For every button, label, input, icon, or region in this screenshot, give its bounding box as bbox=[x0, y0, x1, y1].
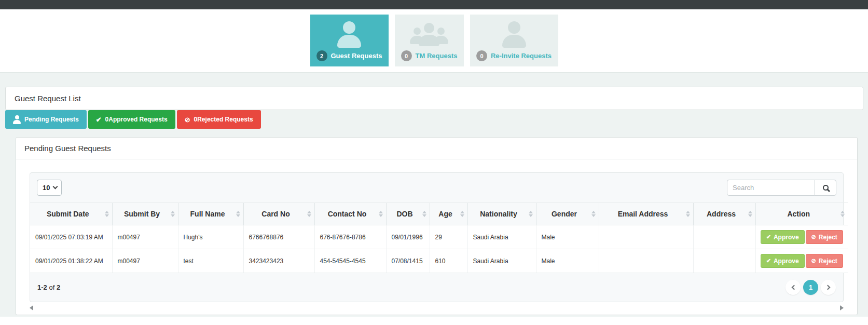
search-input[interactable] bbox=[727, 180, 815, 196]
table-header-row: Submit Date Submit By Full Name Card No … bbox=[30, 203, 848, 225]
rejected-requests-button[interactable]: ⊘ 0Rejected Requests bbox=[177, 110, 261, 129]
ban-icon: ⊘ bbox=[185, 116, 190, 123]
tab-reinvite-requests[interactable]: 0 Re-Invite Requests bbox=[470, 15, 558, 66]
range-start: 1-2 bbox=[37, 283, 47, 291]
column-header-email-address[interactable]: Email Address bbox=[599, 203, 693, 225]
cell-nationality: Saudi Arabia bbox=[467, 225, 536, 249]
top-navigation-bar bbox=[0, 0, 868, 9]
sort-icon[interactable] bbox=[748, 211, 752, 217]
request-type-tabs: 2 Guest Requests 0 TM Requests 0 Re-Invi… bbox=[0, 9, 868, 72]
sort-icon[interactable] bbox=[422, 211, 426, 217]
tab-label: TM Requests bbox=[416, 52, 458, 60]
approved-requests-label: 0Approved Requests bbox=[105, 116, 168, 123]
sort-icon[interactable] bbox=[591, 211, 596, 217]
range-of: of bbox=[49, 283, 54, 291]
column-header-dob[interactable]: DOB bbox=[386, 203, 430, 225]
cell-submit-by: m00497 bbox=[112, 249, 178, 273]
search-icon bbox=[823, 185, 829, 191]
horizontal-scrollbar[interactable] bbox=[30, 305, 844, 312]
reject-button[interactable]: ⊘Reject bbox=[806, 230, 843, 244]
approved-requests-button[interactable]: ✔ 0Approved Requests bbox=[88, 110, 175, 129]
chevron-right-icon bbox=[825, 285, 830, 290]
sort-icon[interactable] bbox=[460, 211, 464, 217]
pending-requests-button[interactable]: Pending Requests bbox=[5, 110, 87, 129]
cell-card-no: 6766768876 bbox=[243, 225, 314, 249]
cell-dob: 09/01/1996 bbox=[386, 225, 430, 249]
scroll-right-arrow[interactable] bbox=[840, 305, 844, 310]
cell-email bbox=[599, 249, 693, 273]
check-icon: ✔ bbox=[766, 234, 771, 240]
approve-button[interactable]: ✔Approve bbox=[761, 230, 805, 244]
sort-icon[interactable] bbox=[307, 211, 311, 217]
column-header-address[interactable]: Address bbox=[693, 203, 755, 225]
cell-full-name: test bbox=[178, 249, 243, 273]
guest-request-list-panel: Guest Request List bbox=[5, 87, 863, 110]
sort-icon[interactable] bbox=[686, 211, 690, 217]
cell-action: ✔Approve⊘Reject bbox=[755, 225, 848, 249]
range-total: 2 bbox=[57, 283, 60, 291]
cell-contact-no: 454-54545-4545 bbox=[314, 249, 386, 273]
count-badge: 0 bbox=[476, 50, 487, 61]
page-size-value: 10 bbox=[43, 184, 50, 192]
tab-label: Guest Requests bbox=[331, 52, 382, 60]
requests-table-container: 10 bbox=[30, 172, 844, 302]
scroll-left-arrow[interactable] bbox=[30, 305, 33, 310]
page-title: Guest Request List bbox=[6, 87, 863, 110]
prev-page-button[interactable] bbox=[786, 280, 801, 295]
column-header-age[interactable]: Age bbox=[430, 203, 467, 225]
cell-contact-no: 676-87676-8786 bbox=[314, 225, 386, 249]
count-badge: 2 bbox=[316, 50, 327, 61]
cell-gender: Male bbox=[536, 249, 599, 273]
sort-icon[interactable] bbox=[171, 211, 175, 217]
cell-dob: 07/08/1415 bbox=[386, 249, 430, 273]
column-header-contact-no[interactable]: Contact No bbox=[314, 203, 386, 225]
cell-email bbox=[599, 225, 693, 249]
ban-icon: ⊘ bbox=[811, 234, 816, 240]
chevron-left-icon bbox=[791, 285, 796, 290]
main-content: Guest Request List Pending Requests ✔ 0A… bbox=[0, 72, 868, 317]
chevron-down-icon bbox=[53, 184, 58, 189]
check-icon: ✔ bbox=[96, 116, 102, 123]
table-footer: 1-2 of 2 1 bbox=[30, 273, 843, 302]
table-row: 09/01/2025 01:38:22 AM m00497 test 34234… bbox=[30, 249, 848, 273]
rejected-requests-label: 0Rejected Requests bbox=[194, 116, 253, 123]
sort-icon[interactable] bbox=[236, 211, 240, 217]
pending-guest-requests-panel: Pending Guest Requests 10 bbox=[16, 137, 858, 315]
column-header-submit-date[interactable]: Submit Date bbox=[30, 203, 112, 225]
person-icon bbox=[502, 21, 526, 48]
cell-submit-by: m00497 bbox=[112, 225, 178, 249]
tab-guest-requests[interactable]: 2 Guest Requests bbox=[310, 15, 389, 66]
cell-submit-date: 09/01/2025 01:38:22 AM bbox=[30, 249, 112, 273]
tab-label: Re-Invite Requests bbox=[491, 52, 552, 60]
check-icon: ✔ bbox=[766, 258, 771, 264]
next-page-button[interactable] bbox=[821, 280, 836, 295]
cell-age: 29 bbox=[430, 225, 467, 249]
reject-button[interactable]: ⊘Reject bbox=[806, 254, 843, 268]
people-group-icon bbox=[409, 21, 449, 48]
sort-icon[interactable] bbox=[379, 211, 383, 217]
approve-button[interactable]: ✔Approve bbox=[761, 254, 805, 268]
pagination: 1 bbox=[786, 280, 836, 295]
column-header-nationality[interactable]: Nationality bbox=[467, 203, 536, 225]
column-header-gender[interactable]: Gender bbox=[536, 203, 599, 225]
page-size-select[interactable]: 10 bbox=[37, 180, 62, 196]
sort-icon[interactable] bbox=[529, 211, 533, 217]
column-header-submit-by[interactable]: Submit By bbox=[112, 203, 178, 225]
cell-nationality: Saudi Arabia bbox=[467, 249, 536, 273]
column-header-card-no[interactable]: Card No bbox=[243, 203, 314, 225]
sort-icon[interactable] bbox=[105, 211, 109, 217]
cell-gender: Male bbox=[536, 225, 599, 249]
column-header-action[interactable]: Action bbox=[755, 203, 848, 225]
person-icon bbox=[337, 21, 361, 48]
count-badge: 0 bbox=[401, 50, 412, 61]
column-header-full-name[interactable]: Full Name bbox=[178, 203, 243, 225]
page-1-button[interactable]: 1 bbox=[803, 280, 818, 295]
table-toolbar: 10 bbox=[30, 173, 843, 202]
cell-submit-date: 09/01/2025 07:03:19 AM bbox=[30, 225, 112, 249]
person-icon bbox=[13, 115, 21, 124]
search-button[interactable] bbox=[815, 180, 836, 196]
sort-icon[interactable] bbox=[841, 211, 845, 217]
pending-requests-table: Submit Date Submit By Full Name Card No … bbox=[30, 202, 848, 273]
tab-tm-requests[interactable]: 0 TM Requests bbox=[395, 15, 464, 66]
cell-card-no: 3423423423 bbox=[243, 249, 314, 273]
